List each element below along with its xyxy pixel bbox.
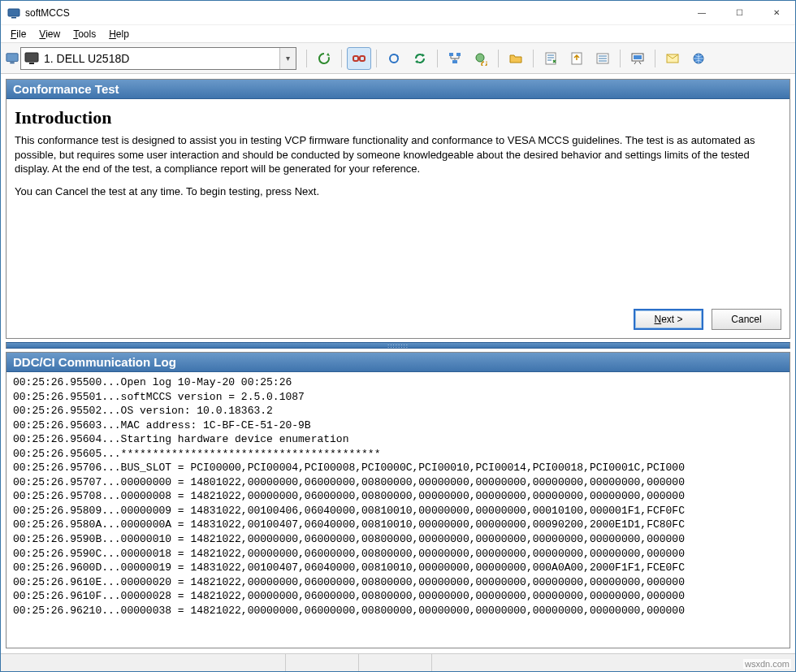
app-icon — [7, 7, 20, 20]
link-button[interactable] — [347, 47, 371, 70]
menu-view[interactable]: View — [32, 27, 67, 41]
display-select[interactable]: 1. DELL U2518D ▾ — [20, 47, 296, 70]
next-button[interactable]: Next > — [634, 309, 703, 330]
conformance-header: Conformance Test — [6, 80, 790, 99]
cycle-button[interactable] — [408, 47, 432, 70]
export-button[interactable] — [565, 47, 589, 70]
intro-paragraph-1: This conformance test is designed to ass… — [15, 133, 781, 176]
toolbar-separator — [341, 50, 342, 67]
status-cell — [431, 654, 504, 671]
watermark: wsxdn.com — [743, 659, 791, 669]
log-panel: DDC/CI Communication Log 00:25:26.95500.… — [6, 352, 790, 648]
wizard-buttons: Next > Cancel — [6, 303, 790, 338]
window-title: softMCCS — [25, 7, 683, 19]
conformance-body: Introduction This conformance test is de… — [6, 99, 790, 303]
menu-bar: File View Tools Help — [1, 25, 795, 43]
menu-file[interactable]: File — [4, 27, 32, 41]
cancel-button[interactable]: Cancel — [712, 309, 781, 330]
toolbar-separator — [533, 50, 534, 67]
status-cell — [285, 654, 358, 671]
menu-tools[interactable]: Tools — [67, 27, 102, 41]
svg-rect-18 — [634, 55, 642, 59]
presentation-button[interactable] — [625, 47, 650, 70]
status-bar — [1, 653, 795, 671]
status-cell — [358, 654, 431, 671]
svg-rect-14 — [546, 53, 556, 64]
refresh-button[interactable] — [312, 47, 336, 70]
dropdown-arrow-icon[interactable]: ▾ — [279, 48, 296, 69]
grip-icon: :::::::: — [387, 342, 409, 349]
toolbar: 1. DELL U2518D ▾ — [1, 43, 795, 74]
svg-rect-5 — [29, 63, 34, 64]
svg-rect-1 — [11, 17, 16, 19]
display-select-icon — [21, 51, 42, 66]
toolbar-separator — [498, 50, 499, 67]
save-doc-button[interactable] — [539, 47, 563, 70]
toolbar-separator — [437, 50, 438, 67]
svg-rect-10 — [449, 53, 453, 56]
conformance-panel: Conformance Test Introduction This confo… — [6, 79, 790, 339]
toolbar-separator — [620, 50, 621, 67]
toolbar-separator — [306, 50, 307, 67]
log-body[interactable]: 00:25:26.95500...Open log 10-May-20 00:2… — [6, 372, 790, 616]
svg-rect-2 — [6, 53, 18, 61]
title-bar: softMCCS — ☐ ✕ — [1, 1, 795, 25]
mail-button[interactable] — [660, 47, 685, 70]
toolbar-separator — [655, 50, 655, 67]
svg-rect-4 — [25, 53, 38, 62]
app-window: softMCCS — ☐ ✕ File View Tools Help 1. D… — [0, 0, 796, 672]
intro-title: Introduction — [15, 107, 781, 128]
rotate-button[interactable] — [382, 47, 406, 70]
svg-rect-12 — [452, 60, 457, 63]
tree-button[interactable] — [443, 47, 467, 70]
content-area: Conformance Test Introduction This confo… — [1, 74, 795, 653]
close-button[interactable]: ✕ — [758, 1, 795, 24]
status-cell — [1, 654, 285, 671]
splitter-handle[interactable]: :::::::: — [6, 342, 790, 349]
list-button[interactable] — [591, 47, 615, 70]
display-select-value: 1. DELL U2518D — [42, 52, 279, 65]
svg-rect-0 — [8, 9, 19, 16]
svg-point-13 — [476, 54, 484, 62]
minimize-button[interactable]: — — [683, 1, 720, 24]
log-header: DDC/CI Communication Log — [6, 353, 790, 372]
monitor-icon — [6, 52, 19, 65]
maximize-button[interactable]: ☐ — [720, 1, 758, 24]
svg-rect-3 — [10, 62, 14, 63]
menu-help[interactable]: Help — [102, 27, 136, 41]
web-button[interactable] — [686, 47, 711, 70]
folder-open-button[interactable] — [504, 47, 528, 70]
toolbar-separator — [376, 50, 377, 67]
svg-rect-8 — [357, 58, 361, 59]
intro-paragraph-2: You can Cancel the test at any time. To … — [15, 184, 781, 199]
svg-rect-11 — [456, 53, 461, 56]
globe-refresh-button[interactable] — [469, 47, 493, 70]
